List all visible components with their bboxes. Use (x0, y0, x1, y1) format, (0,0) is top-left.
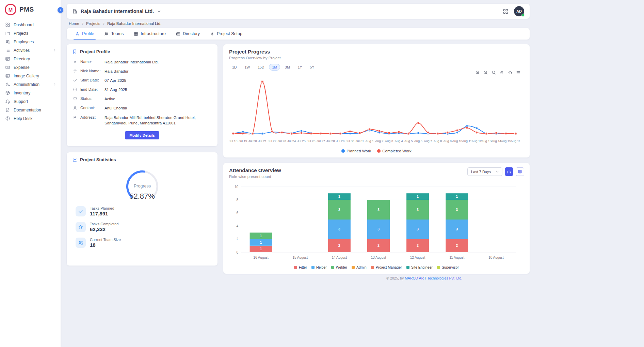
svg-text:3: 3 (377, 227, 380, 231)
legend-item-helper[interactable]: Helper (311, 265, 327, 269)
flag-icon (73, 115, 77, 120)
svg-text:2: 2 (456, 244, 458, 247)
table-view-toggle[interactable] (516, 167, 524, 176)
question-circle-icon (5, 116, 10, 121)
app-logo[interactable]: M PMS (0, 0, 61, 19)
progress-chart-legend: Planned WorkCompleted Work (229, 149, 524, 153)
sidebar-item-documentation[interactable]: Documentation (0, 106, 61, 114)
chart-toolbar (475, 70, 521, 75)
range-1d-button[interactable]: 1D (229, 64, 240, 71)
sidebar-item-administration[interactable]: Administration (0, 80, 61, 89)
tab-infrastructure[interactable]: Infrastructure (129, 28, 171, 40)
tab-label: Project Setup (217, 31, 242, 36)
bar-chart-view-toggle[interactable] (505, 167, 513, 176)
zoom-selection-icon[interactable] (492, 70, 496, 75)
tab-project-setup[interactable]: Project Setup (205, 28, 247, 40)
breadcrumb-projects[interactable]: Projects (86, 21, 100, 26)
field-value: Raja Bahadur International Ltd. (104, 59, 159, 65)
svg-text:6: 6 (236, 211, 238, 215)
range-1w-button[interactable]: 1W (241, 64, 253, 71)
building-icon (72, 9, 78, 14)
svg-text:Aug 1: Aug 1 (366, 139, 374, 143)
avatar[interactable]: AD (514, 6, 524, 16)
apps-grid-icon[interactable] (503, 9, 509, 14)
svg-text:Aug 15: Aug 15 (501, 139, 511, 143)
tab-directory[interactable]: Directory (171, 28, 205, 40)
company-switcher[interactable]: Raja Bahadur International Ltd. (72, 9, 161, 14)
pan-icon[interactable] (500, 70, 504, 75)
legend-item-site-engineer[interactable]: Site Engineer (406, 265, 433, 269)
legend-item-supervisor[interactable]: Supervisor (437, 265, 459, 269)
avatar-initials: AD (516, 9, 522, 13)
tab-profile[interactable]: Profile (70, 28, 99, 40)
legend-item-planned-work[interactable]: Planned Work (341, 149, 371, 153)
sidebar-item-dashboard[interactable]: Dashboard (0, 20, 61, 29)
attendance-range-select[interactable]: Last 7 Days (467, 167, 502, 176)
sidebar-item-directory[interactable]: Directory (0, 55, 61, 63)
field-value: 07-Apr-2025 (104, 78, 126, 83)
company-link[interactable]: MARCO AIoT Technologies Pvt. Ltd. (405, 276, 462, 280)
svg-text:Aug 11: Aug 11 (462, 139, 472, 143)
progress-line-chart: Jul 18Jul 19Jul 20Jul 21Jul 22Jul 23Jul … (229, 72, 520, 148)
svg-text:Jul 22: Jul 22 (268, 139, 276, 143)
footer: © 2025, by MARCO AIoT Technologies Pvt. … (67, 274, 530, 280)
field-label: Address: (80, 115, 101, 119)
svg-text:10: 10 (235, 185, 239, 189)
svg-text:Aug 8: Aug 8 (434, 139, 442, 143)
field-value: 31-Aug-2025 (104, 87, 127, 92)
range-3m-button[interactable]: 3M (282, 64, 293, 71)
legend-item-admin[interactable]: Admin (352, 265, 367, 269)
chevron-right-icon: › (82, 21, 83, 26)
bar-chart-icon (507, 169, 511, 174)
svg-text:Jul 28: Jul 28 (326, 139, 335, 143)
sidebar-item-employees[interactable]: Employees (0, 37, 61, 46)
field-start-date: Start Date: 07-Apr-2025 (72, 78, 212, 83)
range-1y-button[interactable]: 1Y (295, 64, 305, 71)
tab-label: Directory (183, 31, 200, 36)
svg-text:Aug 5: Aug 5 (404, 139, 413, 143)
sidebar-item-help-desk[interactable]: Help Desk (0, 114, 61, 123)
sidebar-item-expense[interactable]: Expense (0, 63, 61, 72)
sidebar-item-label: Image Gallery (14, 74, 57, 78)
zoom-in-icon[interactable] (475, 70, 480, 75)
sidebar-item-inventory[interactable]: Inventory (0, 89, 61, 97)
legend-item-welder[interactable]: Welder (331, 265, 347, 269)
people-icon (76, 238, 86, 248)
menu-icon[interactable] (516, 70, 521, 75)
project-profile-card: Project Profile Name: Raja Bahadur Inter… (67, 44, 218, 146)
range-1m-button[interactable]: 1M (269, 64, 280, 71)
app-name: PMS (19, 6, 34, 13)
attendance-chart[interactable]: 024681011116 August15 August233114 Augus… (229, 183, 524, 264)
svg-text:Aug 2: Aug 2 (375, 139, 383, 143)
progress-chart[interactable]: Jul 18Jul 19Jul 20Jul 21Jul 22Jul 23Jul … (229, 72, 524, 148)
id-card-icon (176, 32, 180, 36)
sidebar-item-projects[interactable]: Projects (0, 29, 61, 37)
grid-icon (134, 32, 138, 36)
legend-item-fitter[interactable]: Fitter (294, 265, 307, 269)
modify-details-button[interactable]: Modify Details (125, 131, 159, 139)
field-label: Status: (80, 96, 101, 101)
home-icon[interactable] (508, 70, 513, 75)
legend-item-completed-work[interactable]: Completed Work (377, 149, 411, 153)
svg-text:Jul 31: Jul 31 (356, 139, 364, 143)
sidebar-item-activities[interactable]: Activities (0, 46, 61, 55)
zoom-out-icon[interactable] (483, 70, 488, 75)
stat-value: 18 (90, 242, 121, 248)
sidebar-item-image-gallery[interactable]: Image Gallery (0, 72, 61, 80)
svg-text:Jul 25: Jul 25 (297, 139, 306, 143)
legend-item-project-manager[interactable]: Project Manager (371, 265, 402, 269)
svg-text:11 August: 11 August (449, 256, 464, 259)
chevron-left-icon (59, 9, 62, 12)
sidebar-item-label: Support (14, 99, 57, 104)
field-contact: Contact: Anuj Chordia (72, 105, 212, 111)
sidebar-collapse-button[interactable] (58, 7, 63, 13)
tab-teams[interactable]: Teams (99, 28, 129, 40)
sidebar-item-support[interactable]: Support (0, 97, 61, 106)
breadcrumb-home[interactable]: Home (69, 21, 79, 26)
range-5y-button[interactable]: 5Y (307, 64, 317, 71)
range-15d-button[interactable]: 15D (255, 64, 267, 71)
people-icon (5, 39, 10, 44)
chevron-right-icon (53, 82, 57, 86)
svg-text:2: 2 (236, 237, 238, 241)
svg-text:Progress: Progress (133, 184, 150, 188)
